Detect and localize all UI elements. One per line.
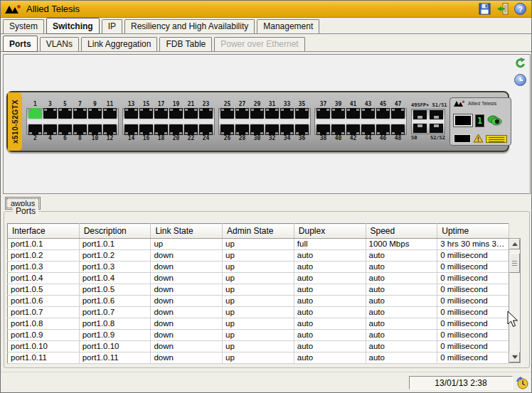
port-35[interactable] [295,108,309,119]
port-42[interactable] [346,124,360,135]
port-29[interactable] [250,108,264,119]
port-24[interactable] [199,124,213,135]
table-row[interactable]: port1.0.3port1.0.3downupautoauto0 millis… [8,262,509,273]
port-38[interactable] [316,124,330,135]
tab-switching[interactable]: Switching [46,18,100,34]
port-40[interactable] [331,124,345,135]
port-37[interactable] [316,108,330,119]
port-4[interactable] [43,124,57,135]
port-number-label: 16 [143,135,150,142]
table-row[interactable]: port1.0.7port1.0.7downupautoauto0 millis… [8,307,509,318]
ports-legend: Ports [13,206,38,216]
port-28[interactable] [235,124,249,135]
sfp-slot-s2-52[interactable] [430,124,443,133]
port-41[interactable] [346,108,360,119]
scroll-thumb[interactable] [509,253,520,273]
save-button[interactable] [478,2,491,16]
port-1[interactable] [28,108,42,119]
cell-interface: port1.0.2 [8,250,80,262]
port-17[interactable] [154,108,168,119]
sfp-slot-50[interactable] [413,124,427,133]
port-39[interactable] [331,108,345,119]
col-admin-state[interactable]: Admin State [223,224,294,239]
col-duplex[interactable]: Duplex [294,224,366,239]
port-36[interactable] [295,124,309,135]
port-33[interactable] [280,108,294,119]
scroll-up-button[interactable] [509,239,520,249]
port-column: 2122 [183,101,198,142]
port-3[interactable] [43,108,57,119]
table-row[interactable]: port1.0.10port1.0.10downupautoauto0 mill… [8,341,509,352]
port-27[interactable] [235,108,249,119]
col-uptime[interactable]: Uptime [437,224,509,239]
table-row[interactable]: port1.0.5port1.0.5downupautoauto0 millis… [8,284,509,296]
sfp-slot-s1-51[interactable] [430,110,443,119]
cell-admin-state: up [223,262,294,273]
port-12[interactable] [103,124,117,135]
table-row[interactable]: port1.0.9port1.0.9downupautoauto0 millis… [8,330,509,341]
port-31[interactable] [265,108,279,119]
statusbar-clock-button[interactable] [515,376,528,389]
port-2[interactable] [28,124,42,135]
table-row[interactable]: port1.0.4port1.0.4downupautoauto0 millis… [8,273,509,284]
port-9[interactable] [88,108,102,119]
port-7[interactable] [73,108,87,119]
port-18[interactable] [154,124,168,135]
port-25[interactable] [220,108,234,119]
sfp-slot-49[interactable] [413,110,427,119]
port-8[interactable] [73,124,87,135]
port-number-label: 13 [128,101,135,108]
tab-ip[interactable]: IP [102,19,122,33]
port-46[interactable] [376,124,390,135]
timer-button[interactable] [513,72,528,87]
subtab-ports[interactable]: Ports [3,36,38,52]
col-speed[interactable]: Speed [366,224,437,239]
port-5[interactable] [58,108,72,119]
port-48[interactable] [391,124,405,135]
port-30[interactable] [250,124,264,135]
port-15[interactable] [139,108,153,119]
port-21[interactable] [184,108,198,119]
port-number-label: 18 [158,135,165,142]
port-44[interactable] [361,124,375,135]
col-interface[interactable]: Interface [8,224,80,239]
port-11[interactable] [103,108,117,119]
table-row[interactable]: port1.0.11port1.0.11downupautoauto0 mill… [8,352,509,364]
col-description[interactable]: Description [79,224,151,239]
subtab-fdb-table[interactable]: FDB Table [159,37,212,51]
table-scrollbar[interactable] [509,238,521,363]
help-button[interactable]: ? [514,2,527,16]
table-row[interactable]: port1.0.2port1.0.2downupautoauto0 millis… [8,250,509,262]
table-row[interactable]: port1.0.1port1.0.1upupfull1000 Mbps3 hrs… [8,239,509,250]
port-32[interactable] [265,124,279,135]
port-20[interactable] [169,124,183,135]
subtab-vlans[interactable]: VLANs [40,37,79,51]
scroll-down-button[interactable] [509,352,520,362]
port-group: 123456789101112 [26,101,119,142]
cell-duplex: auto [294,318,366,330]
table-row[interactable]: port1.0.6port1.0.6downupautoauto0 millis… [8,296,509,307]
port-34[interactable] [280,124,294,135]
port-groups: 1234567891011121314151617181920212223242… [26,101,407,142]
tab-management[interactable]: Management [257,19,319,33]
port-6[interactable] [58,124,72,135]
port-16[interactable] [139,124,153,135]
port-22[interactable] [184,124,198,135]
port-23[interactable] [199,108,213,119]
app-title: Allied Telesis [26,4,80,14]
port-19[interactable] [169,108,183,119]
port-45[interactable] [376,108,390,119]
refresh-button[interactable] [512,55,527,70]
logout-button[interactable] [496,2,509,16]
subtab-link-aggregation[interactable]: Link Aggregation [81,37,157,51]
port-14[interactable] [124,124,138,135]
tab-resiliency-and-high-availability[interactable]: Resiliency and High Availability [124,19,255,33]
tab-system[interactable]: System [3,19,44,33]
port-26[interactable] [220,124,234,135]
table-row[interactable]: port1.0.8port1.0.8downupautoauto0 millis… [8,318,509,330]
col-link-state[interactable]: Link State [151,224,223,239]
port-43[interactable] [361,108,375,119]
port-47[interactable] [391,108,405,119]
port-13[interactable] [124,108,138,119]
port-10[interactable] [88,124,102,135]
